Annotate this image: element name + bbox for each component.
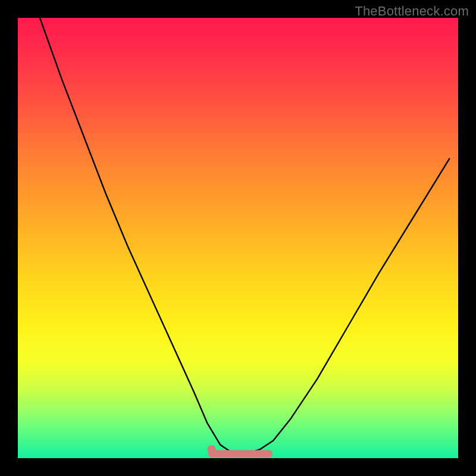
chart-frame: TheBottleneck.com (0, 0, 476, 476)
bottleneck-curve (40, 18, 449, 454)
watermark-text: TheBottleneck.com (355, 4, 469, 19)
curve-layer (18, 18, 458, 458)
marker-dot (208, 445, 216, 453)
plot-area (18, 18, 458, 458)
